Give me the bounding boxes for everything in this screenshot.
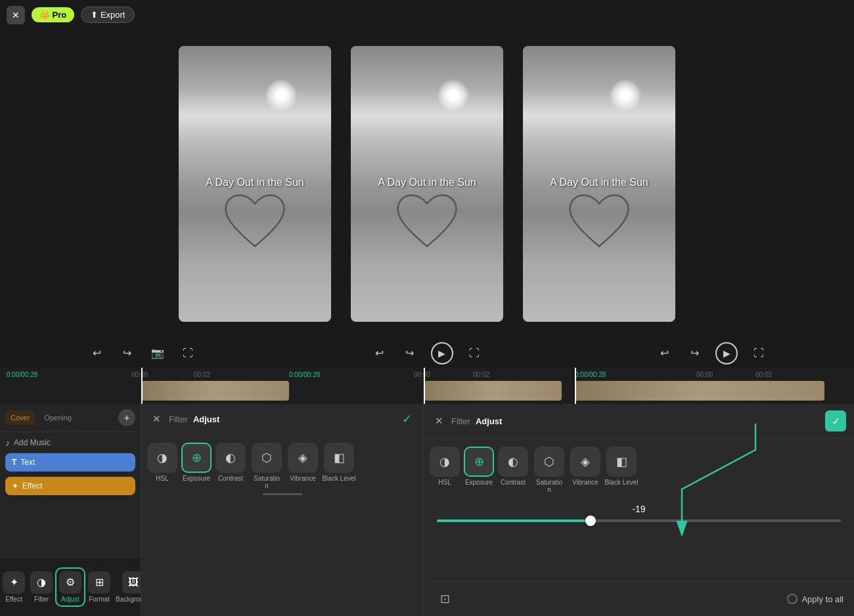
- timeline-area: 0:00/00:28 0:00/00:28 0:00/00:28 00:00 0…: [0, 368, 854, 404]
- tool-adjust[interactable]: ⚙ Adjust: [55, 567, 85, 607]
- tool-filter-label: Filter: [34, 596, 49, 603]
- sun-glow-3: [609, 79, 642, 112]
- bottom-panel: Cover Opening + ♪ Add Music T Text ✦ Eff…: [0, 404, 854, 616]
- adj-icon-contrast-2[interactable]: ◐ Contrast: [497, 447, 529, 486]
- tool-effect[interactable]: ✦ Effect: [0, 569, 28, 605]
- adj-icon-exposure-2[interactable]: ⊕ Exposure: [463, 447, 495, 486]
- sidebar-items: ♪ Add Music T Text ✦ Effect: [0, 432, 141, 500]
- controls-section-2: ↩ ↪ ▶ ⛶: [284, 342, 569, 364]
- adj-icon-saturation-1[interactable]: ⬡ Saturation: [249, 443, 284, 489]
- time-label-3: 0:00/00:28: [575, 371, 606, 378]
- apply-to-all-button[interactable]: Apply to all: [787, 594, 843, 604]
- fullscreen-button-3[interactable]: ⛶: [750, 344, 768, 363]
- redo-button-3[interactable]: ↪: [685, 344, 704, 363]
- export-label: ⬆ Export: [91, 10, 125, 20]
- adj-icon-blacklevel-2[interactable]: ◧ Black Level: [604, 447, 639, 486]
- heart-svg-3: [566, 194, 632, 253]
- top-bar: ✕ 👑 Pro ⬆ Export: [0, 0, 854, 30]
- left-sidebar: Cover Opening + ♪ Add Music T Text ✦ Eff…: [0, 404, 141, 616]
- thumbnail-strip-1: [141, 381, 289, 401]
- play-button-2[interactable]: ▶: [431, 342, 453, 364]
- panel2-adjust-tab[interactable]: Adjust: [476, 416, 502, 426]
- controls-section-1: ↩ ↪ 📷 ⛶: [0, 344, 284, 363]
- play-button-3[interactable]: ▶: [715, 342, 738, 364]
- add-music-row[interactable]: ♪ Add Music: [5, 437, 135, 448]
- adj-icon-hsl-1[interactable]: ◑ HSL: [146, 443, 178, 482]
- undo-button-2[interactable]: ↩: [371, 344, 389, 363]
- close-button[interactable]: ✕: [7, 6, 25, 24]
- adjust-panel-2: ✕ Filter Adjust ✓ ◑ HSL ⊕ Exposure ◐ Con…: [424, 404, 854, 616]
- sun-glow-2: [437, 79, 470, 112]
- split-view-button[interactable]: ⊡: [434, 588, 455, 609]
- camera-icon-1: 📷: [148, 344, 167, 363]
- adj-icon-saturation-2[interactable]: ⬡ Saturation: [531, 447, 567, 493]
- fullscreen-button-1[interactable]: ⛶: [179, 344, 197, 363]
- slider-area: -19: [424, 497, 854, 581]
- panel2-bottom-bar: ⊡ Apply to all: [424, 581, 854, 616]
- adj-icon-blacklevel-1[interactable]: ◧ Black Level: [321, 443, 357, 482]
- panel2-icons-row: ◑ HSL ⊕ Exposure ◐ Contrast ⬡ Saturation…: [424, 439, 854, 497]
- apply-all-label: Apply to all: [801, 594, 843, 604]
- panel2-header: ✕ Filter Adjust ✓: [424, 404, 854, 439]
- playhead-3: [575, 368, 576, 404]
- exposure-slider[interactable]: [437, 519, 841, 522]
- time-mark-2: 00:02: [194, 371, 210, 378]
- thumbnail-strip-3: [575, 381, 824, 401]
- cover-button[interactable]: Cover: [5, 410, 35, 425]
- sun-glow-1: [265, 79, 298, 112]
- effect-item[interactable]: ✦ Effect: [5, 477, 135, 495]
- redo-button-1[interactable]: ↪: [118, 344, 137, 363]
- adj-icon-vibrance-2[interactable]: ◈ Vibrance: [570, 447, 601, 486]
- tool-adjust-label: Adjust: [61, 596, 79, 603]
- undo-button-3[interactable]: ↩: [655, 344, 673, 363]
- panel1-confirm-button[interactable]: ✓: [398, 410, 415, 428]
- undo-button-1[interactable]: ↩: [88, 344, 106, 363]
- panel2-close-button[interactable]: ✕: [432, 414, 446, 428]
- tool-format[interactable]: ⊞ Format: [85, 569, 113, 605]
- panel1-header: ✕ Filter Adjust ✓: [141, 404, 423, 435]
- fullscreen-button-2[interactable]: ⛶: [465, 344, 483, 363]
- export-button[interactable]: ⬆ Export: [81, 7, 135, 23]
- tool-format-label: Format: [89, 596, 110, 603]
- video-title-1: A Day Out in the Sun: [206, 177, 303, 188]
- cover-label: Cover: [11, 414, 30, 422]
- video-preview-2: A Day Out in the Sun: [351, 46, 503, 322]
- time-mark-1: 00:00: [131, 371, 148, 378]
- video-title-3: A Day Out in the Sun: [550, 177, 648, 188]
- adj-icon-exposure-1[interactable]: ⊕ Exposure: [181, 443, 212, 482]
- tool-filter[interactable]: ◑ Filter: [28, 569, 55, 605]
- adj-icon-contrast-1[interactable]: ◐ Contrast: [215, 443, 246, 482]
- adj-icon-vibrance-1[interactable]: ◈ Vibrance: [287, 443, 319, 482]
- controls-section-3: ↩ ↪ ▶ ⛶: [570, 342, 854, 364]
- pro-label: 👑 Pro: [39, 10, 66, 20]
- panel1-filter-tab[interactable]: Filter: [169, 414, 188, 424]
- close-icon: ✕: [12, 10, 20, 20]
- heart-svg-1: [222, 194, 288, 253]
- panel1-adjust-tab[interactable]: Adjust: [193, 414, 219, 424]
- redo-button-2[interactable]: ↪: [401, 344, 419, 363]
- bottom-toolbar: ✦ Effect ◑ Filter ⚙ Adjust ⊞ Format 🖼 Ba…: [0, 557, 141, 616]
- add-clip-button[interactable]: +: [118, 409, 135, 426]
- slider-thumb[interactable]: [585, 516, 596, 526]
- text-label: Text: [20, 458, 35, 467]
- pro-button[interactable]: 👑 Pro: [32, 7, 74, 22]
- controls-row: ↩ ↪ 📷 ⛶ ↩ ↪ ▶ ⛶ ↩ ↪ ▶ ⛶: [0, 338, 854, 368]
- adj-icon-hsl-2[interactable]: ◑ HSL: [429, 447, 461, 486]
- time-mark-3: 00:00: [414, 371, 430, 378]
- panel2-filter-tab[interactable]: Filter: [451, 416, 470, 426]
- opening-label: Opening: [44, 414, 72, 422]
- panel1-close-button[interactable]: ✕: [149, 412, 164, 426]
- video-preview-3: A Day Out in the Sun: [523, 46, 675, 322]
- time-label-2: 0:00/00:28: [289, 371, 320, 378]
- text-item[interactable]: T Text: [5, 453, 135, 472]
- sidebar-top: Cover Opening +: [0, 404, 141, 432]
- time-mark-4: 00:02: [473, 371, 489, 378]
- playhead-2: [424, 368, 425, 404]
- panel2-confirm-button[interactable]: ✓: [825, 410, 846, 431]
- video-preview-1: A Day Out in the Sun: [179, 46, 331, 322]
- thumbnail-strip-2: [424, 381, 562, 401]
- playhead-1: [141, 368, 143, 404]
- opening-button[interactable]: Opening: [39, 410, 77, 425]
- slider-value: -19: [632, 504, 645, 514]
- adjust-panel-1: ✕ Filter Adjust ✓ ◑ HSL ⊕ Exposure ◐ Con…: [141, 404, 424, 616]
